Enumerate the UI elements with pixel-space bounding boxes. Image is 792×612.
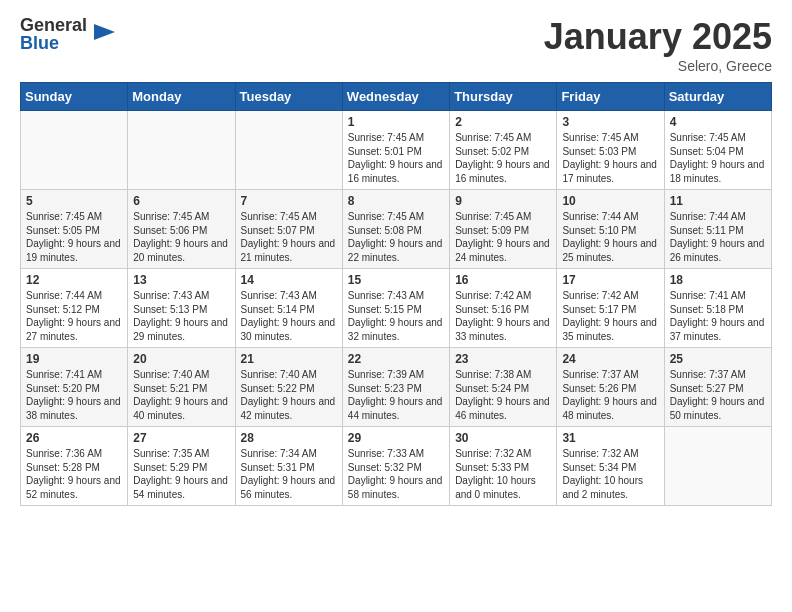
day-number: 2 [455, 115, 551, 129]
calendar-cell: 16Sunrise: 7:42 AM Sunset: 5:16 PM Dayli… [450, 269, 557, 348]
cell-content: Sunrise: 7:32 AM Sunset: 5:33 PM Dayligh… [455, 447, 551, 501]
day-number: 27 [133, 431, 229, 445]
cell-content: Sunrise: 7:43 AM Sunset: 5:14 PM Dayligh… [241, 289, 337, 343]
calendar-cell: 19Sunrise: 7:41 AM Sunset: 5:20 PM Dayli… [21, 348, 128, 427]
calendar-cell: 18Sunrise: 7:41 AM Sunset: 5:18 PM Dayli… [664, 269, 771, 348]
calendar-cell: 10Sunrise: 7:44 AM Sunset: 5:10 PM Dayli… [557, 190, 664, 269]
day-number: 23 [455, 352, 551, 366]
calendar-cell: 20Sunrise: 7:40 AM Sunset: 5:21 PM Dayli… [128, 348, 235, 427]
logo-general: General [20, 16, 87, 34]
cell-content: Sunrise: 7:45 AM Sunset: 5:08 PM Dayligh… [348, 210, 444, 264]
calendar-cell: 3Sunrise: 7:45 AM Sunset: 5:03 PM Daylig… [557, 111, 664, 190]
week-row-5: 26Sunrise: 7:36 AM Sunset: 5:28 PM Dayli… [21, 427, 772, 506]
day-number: 14 [241, 273, 337, 287]
week-row-3: 12Sunrise: 7:44 AM Sunset: 5:12 PM Dayli… [21, 269, 772, 348]
day-number: 22 [348, 352, 444, 366]
day-number: 15 [348, 273, 444, 287]
weekday-header-row: SundayMondayTuesdayWednesdayThursdayFrid… [21, 83, 772, 111]
weekday-thursday: Thursday [450, 83, 557, 111]
day-number: 9 [455, 194, 551, 208]
calendar-cell: 4Sunrise: 7:45 AM Sunset: 5:04 PM Daylig… [664, 111, 771, 190]
cell-content: Sunrise: 7:43 AM Sunset: 5:13 PM Dayligh… [133, 289, 229, 343]
weekday-wednesday: Wednesday [342, 83, 449, 111]
cell-content: Sunrise: 7:45 AM Sunset: 5:04 PM Dayligh… [670, 131, 766, 185]
day-number: 31 [562, 431, 658, 445]
cell-content: Sunrise: 7:40 AM Sunset: 5:21 PM Dayligh… [133, 368, 229, 422]
calendar-cell: 15Sunrise: 7:43 AM Sunset: 5:15 PM Dayli… [342, 269, 449, 348]
cell-content: Sunrise: 7:45 AM Sunset: 5:03 PM Dayligh… [562, 131, 658, 185]
cell-content: Sunrise: 7:44 AM Sunset: 5:11 PM Dayligh… [670, 210, 766, 264]
calendar-cell: 22Sunrise: 7:39 AM Sunset: 5:23 PM Dayli… [342, 348, 449, 427]
day-number: 16 [455, 273, 551, 287]
calendar-cell: 29Sunrise: 7:33 AM Sunset: 5:32 PM Dayli… [342, 427, 449, 506]
week-row-2: 5Sunrise: 7:45 AM Sunset: 5:05 PM Daylig… [21, 190, 772, 269]
logo-flag-icon [89, 20, 117, 48]
day-number: 30 [455, 431, 551, 445]
cell-content: Sunrise: 7:45 AM Sunset: 5:05 PM Dayligh… [26, 210, 122, 264]
cell-content: Sunrise: 7:35 AM Sunset: 5:29 PM Dayligh… [133, 447, 229, 501]
day-number: 12 [26, 273, 122, 287]
calendar-cell: 28Sunrise: 7:34 AM Sunset: 5:31 PM Dayli… [235, 427, 342, 506]
calendar-cell: 6Sunrise: 7:45 AM Sunset: 5:06 PM Daylig… [128, 190, 235, 269]
cell-content: Sunrise: 7:45 AM Sunset: 5:09 PM Dayligh… [455, 210, 551, 264]
calendar-cell: 8Sunrise: 7:45 AM Sunset: 5:08 PM Daylig… [342, 190, 449, 269]
calendar-cell: 17Sunrise: 7:42 AM Sunset: 5:17 PM Dayli… [557, 269, 664, 348]
cell-content: Sunrise: 7:43 AM Sunset: 5:15 PM Dayligh… [348, 289, 444, 343]
cell-content: Sunrise: 7:44 AM Sunset: 5:12 PM Dayligh… [26, 289, 122, 343]
week-row-4: 19Sunrise: 7:41 AM Sunset: 5:20 PM Dayli… [21, 348, 772, 427]
calendar-cell: 24Sunrise: 7:37 AM Sunset: 5:26 PM Dayli… [557, 348, 664, 427]
day-number: 1 [348, 115, 444, 129]
month-title: January 2025 [544, 16, 772, 58]
day-number: 7 [241, 194, 337, 208]
day-number: 21 [241, 352, 337, 366]
calendar: SundayMondayTuesdayWednesdayThursdayFrid… [20, 82, 772, 506]
svg-marker-0 [94, 24, 115, 40]
calendar-cell: 11Sunrise: 7:44 AM Sunset: 5:11 PM Dayli… [664, 190, 771, 269]
calendar-cell: 30Sunrise: 7:32 AM Sunset: 5:33 PM Dayli… [450, 427, 557, 506]
cell-content: Sunrise: 7:37 AM Sunset: 5:26 PM Dayligh… [562, 368, 658, 422]
cell-content: Sunrise: 7:41 AM Sunset: 5:20 PM Dayligh… [26, 368, 122, 422]
day-number: 20 [133, 352, 229, 366]
logo: General Blue [20, 16, 117, 52]
cell-content: Sunrise: 7:37 AM Sunset: 5:27 PM Dayligh… [670, 368, 766, 422]
logo-blue: Blue [20, 34, 87, 52]
day-number: 19 [26, 352, 122, 366]
calendar-cell [664, 427, 771, 506]
day-number: 6 [133, 194, 229, 208]
header: General Blue January 2025 Selero, Greece [20, 16, 772, 74]
cell-content: Sunrise: 7:45 AM Sunset: 5:02 PM Dayligh… [455, 131, 551, 185]
day-number: 8 [348, 194, 444, 208]
day-number: 10 [562, 194, 658, 208]
cell-content: Sunrise: 7:39 AM Sunset: 5:23 PM Dayligh… [348, 368, 444, 422]
cell-content: Sunrise: 7:32 AM Sunset: 5:34 PM Dayligh… [562, 447, 658, 501]
logo-text: General Blue [20, 16, 87, 52]
cell-content: Sunrise: 7:40 AM Sunset: 5:22 PM Dayligh… [241, 368, 337, 422]
cell-content: Sunrise: 7:36 AM Sunset: 5:28 PM Dayligh… [26, 447, 122, 501]
cell-content: Sunrise: 7:42 AM Sunset: 5:17 PM Dayligh… [562, 289, 658, 343]
location: Selero, Greece [544, 58, 772, 74]
day-number: 4 [670, 115, 766, 129]
day-number: 18 [670, 273, 766, 287]
weekday-friday: Friday [557, 83, 664, 111]
weekday-monday: Monday [128, 83, 235, 111]
calendar-cell: 27Sunrise: 7:35 AM Sunset: 5:29 PM Dayli… [128, 427, 235, 506]
day-number: 28 [241, 431, 337, 445]
cell-content: Sunrise: 7:44 AM Sunset: 5:10 PM Dayligh… [562, 210, 658, 264]
cell-content: Sunrise: 7:45 AM Sunset: 5:06 PM Dayligh… [133, 210, 229, 264]
calendar-cell: 12Sunrise: 7:44 AM Sunset: 5:12 PM Dayli… [21, 269, 128, 348]
calendar-cell: 5Sunrise: 7:45 AM Sunset: 5:05 PM Daylig… [21, 190, 128, 269]
calendar-cell: 9Sunrise: 7:45 AM Sunset: 5:09 PM Daylig… [450, 190, 557, 269]
day-number: 29 [348, 431, 444, 445]
day-number: 25 [670, 352, 766, 366]
calendar-cell [21, 111, 128, 190]
weekday-saturday: Saturday [664, 83, 771, 111]
day-number: 11 [670, 194, 766, 208]
calendar-cell: 1Sunrise: 7:45 AM Sunset: 5:01 PM Daylig… [342, 111, 449, 190]
cell-content: Sunrise: 7:34 AM Sunset: 5:31 PM Dayligh… [241, 447, 337, 501]
weekday-tuesday: Tuesday [235, 83, 342, 111]
calendar-cell: 26Sunrise: 7:36 AM Sunset: 5:28 PM Dayli… [21, 427, 128, 506]
weekday-sunday: Sunday [21, 83, 128, 111]
day-number: 24 [562, 352, 658, 366]
calendar-cell: 25Sunrise: 7:37 AM Sunset: 5:27 PM Dayli… [664, 348, 771, 427]
day-number: 26 [26, 431, 122, 445]
